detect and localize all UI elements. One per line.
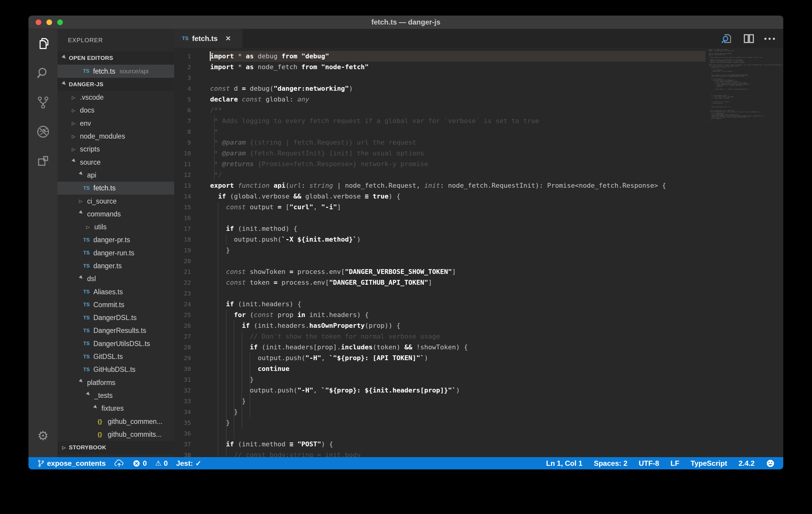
vscode-window: fetch.ts — danger-js (28, 16, 783, 469)
tree-item-fetch-ts[interactable]: TSfetch.ts (57, 182, 174, 195)
status-item-utf-8[interactable]: UTF-8 (639, 459, 659, 467)
debug-no-bug-icon (36, 124, 50, 139)
tree-item-label: DangerDSL.ts (93, 314, 137, 322)
status-item-expose-contents[interactable]: expose_contents (37, 459, 106, 467)
tree-item-dangerdsl-ts[interactable]: TSDangerDSL.ts (57, 311, 174, 324)
check-icon: ✓ (195, 459, 201, 467)
status-item-jest-[interactable]: Jest:✓ (176, 459, 201, 467)
minimize-window-button[interactable] (47, 20, 52, 25)
chevron-expanded-icon: ▶ (71, 158, 81, 167)
line-number: 14 (174, 191, 191, 202)
line-number: 27 (174, 331, 191, 342)
tree-item-docs[interactable]: ▷docs (57, 104, 174, 117)
line-number: 29 (174, 353, 191, 364)
status-item-smiley[interactable] (766, 459, 775, 468)
status-item-cloud-upload[interactable] (114, 459, 124, 467)
more-actions-icon[interactable]: ••• (764, 35, 777, 42)
tree-item-github-commits-[interactable]: {}github_commits... (57, 428, 174, 441)
code-line: 21 const showToken = process.env["DANGER… (174, 266, 783, 277)
tree-item-aliases-ts[interactable]: TSAliases.ts (57, 285, 174, 298)
git-branch-icon (37, 459, 45, 467)
open-editors-header[interactable]: ▶ OPEN EDITORS (57, 52, 174, 65)
status-item-2-4-2[interactable]: 2.4.2 (739, 459, 755, 467)
ts-file-icon: TS (83, 315, 93, 321)
storybook-header[interactable]: ▷ STORYBOOK (57, 441, 174, 454)
code-line: 29 output.push("-H", `"${prop}: [API TOK… (174, 353, 783, 364)
tree-item-github-commen-[interactable]: {}github_commen... (57, 415, 174, 428)
settings-gear-button[interactable]: ⚙ (28, 430, 57, 442)
status-item-0[interactable]: ⚠0 (155, 459, 168, 467)
status-bar: expose_contents0⚠0Jest:✓ Ln 1, Col 1Spac… (28, 457, 783, 469)
tab-fetch-ts[interactable]: TS fetch.ts ✕ (174, 29, 242, 48)
tree-item-label: source (80, 159, 100, 167)
status-item-spaces-2[interactable]: Spaces: 2 (594, 459, 627, 467)
close-tab-icon[interactable]: ✕ (225, 35, 231, 42)
line-number: 1 (174, 51, 191, 62)
zoom-window-button[interactable] (57, 20, 63, 25)
tree-item-label: fixtures (102, 404, 124, 412)
tree-item-scripts[interactable]: ▷scripts (57, 143, 174, 156)
project-header[interactable]: ▶ DANGER-JS (57, 78, 174, 91)
chevron-collapsed-icon: ▷ (72, 147, 80, 152)
tree-item-commands[interactable]: ▶commands (57, 208, 174, 221)
line-number: 4 (174, 83, 191, 94)
tree-item-node-modules[interactable]: ▷node_modules (57, 130, 174, 143)
ts-file-icon: TS (83, 354, 93, 360)
window-title: fetch.ts — danger-js (371, 18, 441, 26)
tree-item-danger-ts[interactable]: TSdanger.ts (57, 260, 174, 273)
tree-item-api[interactable]: ▶api (57, 169, 174, 182)
title-bar[interactable]: fetch.ts — danger-js (28, 16, 783, 29)
tree-item-danger-run-ts[interactable]: TSdanger-run.ts (57, 247, 174, 260)
code-line: 36 (174, 428, 783, 439)
tree-item-dsl[interactable]: ▶dsl (57, 273, 174, 285)
editor-group: TS fetch.ts ✕ ••• (174, 29, 783, 457)
code-line: 9 * @param {(string | fetch.Request)} ur… (174, 137, 783, 148)
status-item-0[interactable]: 0 (133, 459, 147, 467)
code-line: 33 } (174, 396, 783, 406)
ts-file-icon: TS (83, 328, 93, 334)
tree-item-dangerresults-ts[interactable]: TSDangerResults.ts (57, 324, 174, 337)
find-in-file-icon[interactable] (721, 32, 733, 45)
tree-item-fixtures[interactable]: ▶fixtures (57, 402, 174, 415)
chevron-expanded-icon: ▶ (86, 391, 95, 401)
tree-item-platforms[interactable]: ▶platforms (57, 376, 174, 389)
minimap[interactable]: import * as debug from "debug" import * … (709, 48, 783, 457)
line-number: 5 (174, 94, 191, 105)
status-label: 2.4.2 (739, 459, 755, 467)
split-editor-icon[interactable] (743, 32, 755, 45)
tree-item-githubdsl-ts[interactable]: TSGitHubDSL.ts (57, 363, 174, 376)
status-item-lf[interactable]: LF (670, 459, 679, 467)
activity-source-control-button[interactable] (28, 88, 57, 117)
status-item-typescript[interactable]: TypeScript (691, 459, 727, 467)
ts-file-icon: TS (83, 263, 93, 269)
status-label: 0 (164, 459, 168, 467)
tree-item-utils[interactable]: ▷utils (57, 221, 174, 233)
status-item-ln-1-col-1[interactable]: Ln 1, Col 1 (546, 459, 582, 467)
activity-extensions-button[interactable] (28, 146, 57, 176)
line-number: 37 (174, 439, 191, 450)
tree-item--vscode[interactable]: ▷.vscode (57, 91, 174, 104)
tree-item-commit-ts[interactable]: TSCommit.ts (57, 298, 174, 311)
tree-item-label: ci_source (87, 197, 116, 205)
tree-item-gitdsl-ts[interactable]: TSGitDSL.ts (57, 350, 174, 363)
tree-item-dangerutilsdsl-ts[interactable]: TSDangerUtilsDSL.ts (57, 337, 174, 350)
activity-explorer-button[interactable] (28, 29, 57, 58)
code-line: 15 const output = ["curl", "-i"] (174, 202, 783, 212)
tree-item-label: danger.ts (93, 262, 122, 270)
code-editor[interactable]: 1import * as debug from "debug"2import *… (174, 48, 783, 457)
close-window-button[interactable] (36, 20, 41, 25)
open-editor-item-fetch-ts[interactable]: TS fetch.ts source/api (57, 65, 174, 78)
tree-item--tests[interactable]: ▶_tests (57, 389, 174, 402)
status-label: Ln 1, Col 1 (546, 459, 582, 467)
line-number: 28 (174, 342, 191, 353)
status-label: UTF-8 (639, 459, 659, 467)
chevron-expanded-icon: ▶ (79, 274, 88, 284)
tree-item-danger-pr-ts[interactable]: TSdanger-pr.ts (57, 233, 174, 246)
code-line: 18 output.push(`-X ${init.method}`) (174, 234, 783, 245)
tree-item-source[interactable]: ▶source (57, 156, 174, 169)
activity-debug-button[interactable] (28, 117, 57, 146)
chevron-expanded-icon: ▶ (79, 171, 88, 180)
tree-item-ci-source[interactable]: ▷ci_source (57, 195, 174, 207)
activity-search-button[interactable] (28, 58, 57, 88)
tree-item-env[interactable]: ▷env (57, 117, 174, 130)
